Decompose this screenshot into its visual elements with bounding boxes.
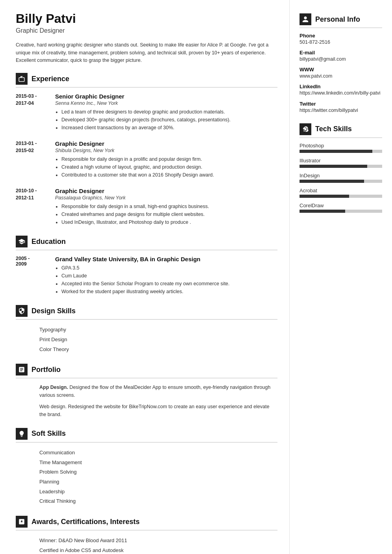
exp-bullets: Led a team of three designers to develop…	[55, 108, 231, 132]
soft-skill-item: Leadership	[39, 487, 277, 497]
awards-heading: Awards, Certifications, Interests	[16, 516, 277, 530]
awards-icon	[16, 516, 28, 528]
bullet-item: Increased client transactions by an aver…	[61, 124, 231, 132]
awards-section: Awards, Certifications, Interests Winner…	[16, 516, 277, 554]
soft-skill-item: Problem Solving	[39, 467, 277, 477]
tech-skill-bar-bg	[300, 150, 382, 153]
tech-skill-bars: Photoshop Illustrator InDesign Acrobat C…	[300, 143, 382, 213]
exp-bullets: Responsible for daily design in a small,…	[55, 203, 209, 226]
personal-info-fields: Phone 501-872-2516 E-mail billypatvi@gma…	[300, 33, 382, 114]
experience-entry: 2015-03 -2017-04 Senior Graphic Designer…	[16, 93, 277, 132]
design-skill-item: Print Design	[39, 335, 277, 345]
soft-skills-heading: Soft Skills	[16, 428, 277, 442]
resume-wrapper: Billy Patvi Graphic Designer Creative, h…	[0, 0, 392, 554]
personal-info-heading: Personal Info	[300, 13, 382, 28]
experience-entry: 2013-01 -2015-02 Graphic Designer Shibul…	[16, 140, 277, 179]
personal-info-value: https://twitter.com/billypatvi	[300, 107, 382, 114]
experience-icon	[16, 73, 28, 85]
education-section: Education 2005 -2009 Grand Valley State …	[16, 236, 277, 296]
soft-skills-section-label: Soft Skills	[31, 429, 66, 438]
personal-info-icon	[300, 13, 311, 25]
portfolio-bold: App Design.	[39, 385, 68, 390]
portfolio-items: App Design. Designed the flow of the Mea…	[16, 384, 277, 418]
personal-info-section: Personal Info Phone 501-872-2516 E-mail …	[300, 13, 382, 114]
exp-dates: 2010-10 -2012-11	[16, 188, 47, 226]
education-section-label: Education	[31, 238, 66, 246]
education-heading: Education	[16, 236, 277, 250]
edu-bullet: Cum Laude	[61, 272, 229, 280]
soft-skill-item: Time Management	[39, 458, 277, 468]
experience-section-label: Experience	[31, 75, 69, 83]
experience-heading: Experience	[16, 73, 277, 87]
personal-info-label: Phone	[300, 33, 382, 39]
tech-skill-bar-bg	[300, 195, 382, 198]
personal-info-value: https://www.linkedin.com/in/billy-patvi	[300, 89, 382, 97]
soft-skills-section: Soft Skills CommunicationTime Management…	[16, 428, 277, 506]
bullet-item: Led a team of three designers to develop…	[61, 108, 231, 116]
personal-info-label: WWW	[300, 67, 382, 73]
experience-section: Experience 2015-03 -2017-04 Senior Graph…	[16, 73, 277, 226]
personal-info-value: www.patvi.com	[300, 73, 382, 80]
awards-list: Winner: D&AD New Blood Award 2011Certifi…	[16, 536, 277, 554]
tech-skill-bar-fill	[300, 195, 349, 198]
tech-skill-name: InDesign	[300, 173, 382, 178]
education-entry: 2005 -2009 Grand Valley State University…	[16, 256, 277, 296]
bullet-item: Used InDesign, Illustrator, and Photosho…	[61, 218, 209, 226]
edu-content: Grand Valley State University, BA in Gra…	[55, 256, 229, 296]
exp-company: Senna Kenno Inc., New York	[55, 100, 231, 106]
grad-cap-icon	[18, 238, 25, 245]
tech-skills-section-label: Tech Skills	[315, 125, 352, 133]
tech-skill-name: Acrobat	[300, 188, 382, 193]
award-star-icon	[18, 518, 25, 525]
tech-skill-bar-fill	[300, 210, 345, 213]
tech-skill-name: CorelDraw	[300, 203, 382, 208]
soft-skills-icon	[16, 428, 28, 440]
exp-company: Passalaqua Graphics, New York	[55, 195, 209, 201]
portfolio-section-label: Portfolio	[31, 366, 61, 374]
education-entries: 2005 -2009 Grand Valley State University…	[16, 256, 277, 296]
exp-title: Graphic Designer	[55, 140, 214, 147]
exp-content: Graphic Designer Passalaqua Graphics, Ne…	[55, 188, 209, 226]
right-column: Personal Info Phone 501-872-2516 E-mail …	[290, 0, 392, 554]
exp-dates: 2013-01 -2015-02	[16, 140, 47, 179]
exp-content: Senior Graphic Designer Senna Kenno Inc.…	[55, 93, 231, 132]
personal-info-section-label: Personal Info	[315, 15, 360, 24]
soft-skill-list: CommunicationTime ManagementProblem Solv…	[16, 448, 277, 506]
experience-entries: 2015-03 -2017-04 Senior Graphic Designer…	[16, 93, 277, 226]
tech-skill-item: Photoshop	[300, 143, 382, 153]
personal-info-label: E-mail	[300, 50, 382, 56]
tech-skill-bar-fill	[300, 150, 372, 153]
cog-icon	[302, 126, 309, 133]
tech-skill-item: InDesign	[300, 173, 382, 183]
tech-skill-name: Illustrator	[300, 158, 382, 164]
bullet-item: Contributed to a customer site that won …	[61, 171, 214, 179]
left-column: Billy Patvi Graphic Designer Creative, h…	[0, 0, 290, 554]
personal-info-item: LinkedIn https://www.linkedin.com/in/bil…	[300, 84, 382, 97]
resume-header: Billy Patvi Graphic Designer	[16, 12, 277, 34]
personal-info-item: E-mail billypatvi@gmail.com	[300, 50, 382, 63]
education-icon	[16, 236, 28, 247]
tech-skill-item: Illustrator	[300, 158, 382, 168]
tech-skill-bar-bg	[300, 180, 382, 183]
awards-section-label: Awards, Certifications, Interests	[31, 518, 140, 526]
personal-info-value: billypatvi@gmail.com	[300, 56, 382, 63]
edu-institution: Grand Valley State University, BA in Gra…	[55, 256, 229, 262]
design-skill-item: Color Theory	[39, 345, 277, 355]
exp-title: Senior Graphic Designer	[55, 93, 231, 100]
tech-skill-bar-bg	[300, 210, 382, 213]
soft-skill-item: Critical Thinking	[39, 496, 277, 506]
tech-skill-name: Photoshop	[300, 143, 382, 149]
portfolio-item: App Design. Designed the flow of the Mea…	[39, 384, 277, 399]
award-item: Winner: D&AD New Blood Award 2011	[39, 536, 277, 546]
tech-skills-section: Tech Skills Photoshop Illustrator InDesi…	[300, 123, 382, 213]
portfolio-section: Portfolio App Design. Designed the flow …	[16, 364, 277, 418]
personal-info-label: Twitter	[300, 101, 382, 107]
design-skills-section-label: Design Skills	[31, 307, 76, 315]
portfolio-heading: Portfolio	[16, 364, 277, 378]
portfolio-item: Web design. Redesigned the website for B…	[39, 403, 277, 418]
edu-bullet: Accepted into the Senior Scholar Program…	[61, 280, 229, 288]
shield-icon	[18, 307, 25, 314]
edu-dates: 2005 -2009	[16, 256, 47, 296]
tech-skill-item: Acrobat	[300, 188, 382, 198]
bullet-item: Responsible for daily design in a prolif…	[61, 155, 214, 163]
